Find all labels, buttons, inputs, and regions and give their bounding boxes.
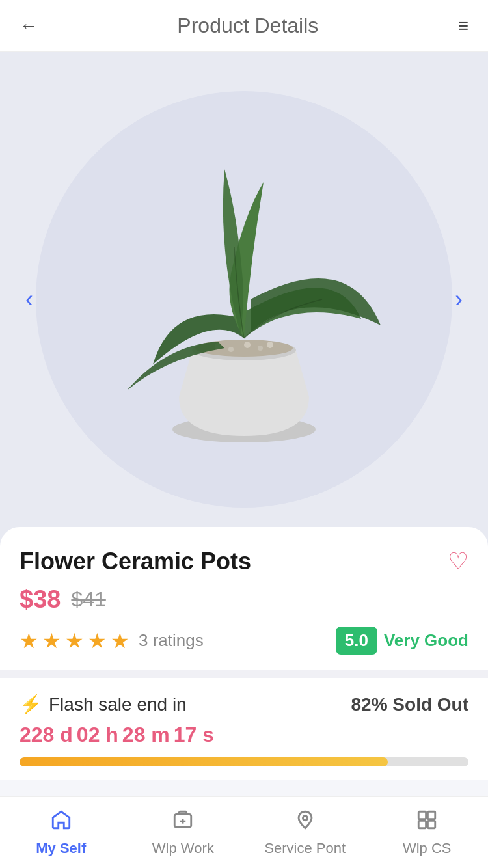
nav-label-wlpcs: Wlp CS bbox=[403, 840, 452, 857]
wlpwork-icon bbox=[172, 809, 194, 836]
rating-count: 3 ratings bbox=[139, 631, 204, 651]
star-1: ★ bbox=[20, 629, 38, 653]
rating-stars: ★ ★ ★ ★ ★ 3 ratings bbox=[20, 629, 204, 653]
section-divider bbox=[0, 670, 488, 678]
countdown-seconds: 17 s bbox=[174, 723, 214, 747]
product-name: Flower Ceramic Pots bbox=[20, 548, 251, 575]
progress-bar-fill bbox=[20, 757, 388, 766]
countdown-minutes: 28 m bbox=[122, 723, 170, 747]
svg-rect-15 bbox=[428, 821, 435, 828]
back-button[interactable]: ← bbox=[20, 16, 38, 36]
menu-button[interactable]: ≡ bbox=[458, 16, 468, 36]
page-title: Product Details bbox=[177, 14, 318, 38]
nav-label-myself: My Self bbox=[36, 840, 86, 857]
star-2: ★ bbox=[42, 629, 61, 653]
nav-item-servicepont[interactable]: Service Pont bbox=[244, 809, 366, 857]
servicepont-icon bbox=[294, 809, 316, 836]
price-current: $38 bbox=[20, 586, 61, 614]
plant-illustration bbox=[88, 117, 400, 481]
bottom-navigation: My Self Wlp Work Service Pont bbox=[0, 796, 488, 868]
flash-sale-label: Flash sale end in bbox=[49, 694, 187, 715]
next-image-button[interactable]: › bbox=[442, 283, 475, 316]
sold-out-text: 82% Sold Out bbox=[351, 694, 468, 715]
svg-point-5 bbox=[244, 342, 251, 348]
quality-badge: 5.0 Very Good bbox=[336, 627, 468, 655]
product-card: Flower Ceramic Pots ♡ $38 $41 ★ ★ ★ ★ ★ … bbox=[0, 527, 488, 670]
svg-rect-12 bbox=[419, 811, 426, 819]
svg-point-11 bbox=[303, 815, 307, 820]
svg-rect-13 bbox=[428, 811, 435, 819]
wlpcs-icon bbox=[416, 809, 438, 836]
quality-label: Very Good bbox=[384, 631, 468, 651]
header: ← Product Details ≡ bbox=[0, 0, 488, 52]
flash-icon: ⚡ bbox=[20, 694, 42, 715]
svg-point-4 bbox=[228, 347, 234, 352]
star-4: ★ bbox=[88, 629, 107, 653]
prev-image-button[interactable]: ‹ bbox=[13, 283, 46, 316]
countdown-timer: 228 d 02 h 28 m 17 s bbox=[20, 723, 468, 747]
nav-item-wlpwork[interactable]: Wlp Work bbox=[122, 809, 245, 857]
star-3: ★ bbox=[65, 629, 84, 653]
hero-section: ‹ bbox=[0, 52, 488, 547]
product-image-circle bbox=[36, 91, 452, 508]
countdown-days: 228 d bbox=[20, 723, 73, 747]
score-value: 5.0 bbox=[336, 627, 377, 655]
countdown-hours: 02 h bbox=[77, 723, 118, 747]
svg-point-7 bbox=[267, 342, 273, 348]
flash-sale-section: ⚡ Flash sale end in 82% Sold Out 228 d 0… bbox=[0, 678, 488, 780]
svg-point-6 bbox=[258, 346, 263, 351]
wishlist-button[interactable]: ♡ bbox=[448, 548, 468, 575]
home-icon bbox=[50, 809, 72, 836]
svg-rect-14 bbox=[419, 821, 426, 828]
progress-bar-background bbox=[20, 757, 468, 766]
nav-item-myself[interactable]: My Self bbox=[0, 809, 122, 857]
star-5: ★ bbox=[111, 629, 129, 653]
nav-item-wlpcs[interactable]: Wlp CS bbox=[366, 809, 489, 857]
nav-label-servicepont: Service Pont bbox=[264, 840, 346, 857]
nav-label-wlpwork: Wlp Work bbox=[152, 840, 214, 857]
price-original: $41 bbox=[71, 588, 105, 612]
